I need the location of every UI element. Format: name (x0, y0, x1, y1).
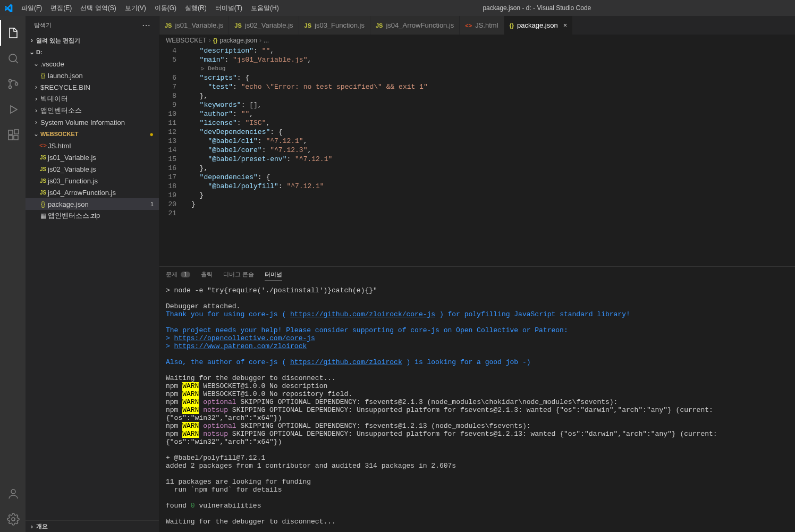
breadcrumb-item[interactable]: WEBSOCKET (166, 37, 207, 44)
sidebar-header: 탐색기 ⋯ (26, 16, 159, 35)
chevron-right-icon: › (32, 95, 40, 103)
menu-item[interactable]: 실행(R) (181, 0, 211, 16)
sidebar-title: 탐색기 (34, 21, 52, 29)
outline-label: 개요 (36, 522, 48, 530)
editor-tab[interactable]: {}package.json× (504, 16, 573, 35)
tree-file[interactable]: {}package.json1 (26, 198, 159, 210)
editor-tab[interactable]: JSjs02_Variable.js (229, 16, 299, 35)
terminal-line: Debugger attached. (166, 302, 789, 310)
breadcrumbs[interactable]: WEBSOCKET › {} package.json › ... (159, 35, 795, 46)
editor-tab[interactable]: JSjs04_ArrowFunction.js (370, 16, 460, 35)
menu-item[interactable]: 파일(F) (17, 0, 46, 16)
tree-folder[interactable]: ⌄WEBSOCKET● (26, 128, 159, 140)
root-folder-section[interactable]: ⌄ D: (26, 46, 159, 58)
terminal-link[interactable]: https://www.patreon.com/zloirock (174, 342, 307, 350)
code-line[interactable]: "@babel/cli": "^7.12.1", (191, 137, 795, 146)
menu-item[interactable]: 터미널(T) (211, 0, 247, 16)
open-editors-section[interactable]: › 열려 있는 편집기 (26, 35, 159, 46)
outline-section[interactable]: › 개요 (26, 520, 159, 532)
code-line[interactable]: "test": "echo \"Error: no test specified… (191, 82, 795, 91)
code-editor[interactable]: 456789101112131415161718192021 "descript… (159, 46, 795, 266)
close-icon[interactable]: × (563, 21, 568, 29)
problems-tab[interactable]: 문제 1 (166, 271, 190, 281)
tree-item-label: js02_Variable.js (48, 165, 96, 173)
tree-item-label: js01_Variable.js (48, 154, 96, 162)
panel-tabs: 문제 1 출력 디버그 콘솔 터미널 (159, 267, 795, 284)
tree-file[interactable]: JSjs01_Variable.js (26, 151, 159, 163)
code-line[interactable]: "devDependencies": { (191, 128, 795, 137)
tree-file[interactable]: <>JS.html (26, 140, 159, 151)
line-number: 17 (159, 173, 176, 182)
editor-tabs: JSjs01_Variable.jsJSjs02_Variable.jsJSjs… (159, 16, 795, 35)
code-line[interactable]: "@babel/polyfill": "^7.12.1" (191, 182, 795, 191)
tree-file[interactable]: ▦앱인벤터소스.zip (26, 210, 159, 222)
terminal-line (166, 294, 789, 302)
code-line[interactable] (191, 209, 795, 218)
code-line[interactable]: }, (191, 91, 795, 100)
menu-item[interactable]: 도움말(H) (247, 0, 283, 16)
code-line[interactable]: "description": "", (191, 46, 795, 55)
settings-gear-icon[interactable] (0, 506, 26, 532)
accounts-icon[interactable] (0, 481, 26, 506)
source-control-icon[interactable] (0, 71, 26, 97)
editor-area: JSjs01_Variable.jsJSjs02_Variable.jsJSjs… (159, 16, 795, 532)
explorer-icon[interactable] (0, 20, 26, 46)
code-line[interactable]: "author": "", (191, 109, 795, 119)
code-line[interactable]: "scripts": { (191, 73, 795, 82)
tree-file[interactable]: JSjs03_Function.js (26, 175, 159, 187)
menu-item[interactable]: 이동(G) (150, 0, 181, 16)
window-title: package.json - d: - Visual Studio Code (283, 4, 791, 12)
terminal-link[interactable]: https://github.com/zloirock (290, 358, 402, 366)
code-line[interactable]: "@babel/preset-env": "^7.12.1" (191, 155, 795, 164)
output-tab[interactable]: 출력 (201, 271, 213, 281)
menu-item[interactable]: 편집(E) (46, 0, 76, 16)
more-actions-icon[interactable]: ⋯ (142, 20, 150, 30)
tree-folder[interactable]: ›$RECYCLE.BIN (26, 81, 159, 93)
tree-file[interactable]: JSjs02_Variable.js (26, 163, 159, 175)
breadcrumb-item[interactable]: ... (264, 37, 269, 44)
terminal-content[interactable]: > node -e "try{require('./postinstall')}… (159, 284, 795, 532)
codelens-debug[interactable]: ▷ Debug (191, 64, 795, 73)
breadcrumb-item[interactable]: package.json (219, 37, 257, 44)
tab-label: js01_Variable.js (175, 21, 223, 29)
code-line[interactable]: "dependencies": { (191, 173, 795, 182)
code-line[interactable]: "@babel/core": "^7.12.3", (191, 146, 795, 155)
run-debug-icon[interactable] (0, 97, 26, 122)
tab-label: JS.html (475, 21, 498, 29)
menu-item[interactable]: 선택 영역(S) (76, 0, 120, 16)
code-line[interactable]: }, (191, 164, 795, 173)
tree-folder[interactable]: ›앱인벤터소스 (26, 105, 159, 116)
code-content[interactable]: "description": "", "main": "js01_Variabl… (186, 46, 795, 266)
terminal-line (166, 494, 789, 502)
code-line[interactable]: "main": "js01_Variable.js", (191, 55, 795, 64)
file-type-icon: JS (234, 22, 241, 29)
menu-item[interactable]: 보기(V) (121, 0, 150, 16)
tree-file[interactable]: {}launch.json (26, 70, 159, 81)
editor-tab[interactable]: JSjs03_Function.js (299, 16, 370, 35)
tree-folder[interactable]: ›빅데이터 (26, 93, 159, 105)
terminal-line: npm WARN WEBSOCKET@1.0.0 No repository f… (166, 390, 789, 398)
js-file-icon: JS (38, 178, 48, 184)
line-number: 6 (159, 73, 176, 82)
line-number: 16 (159, 164, 176, 173)
terminal-link[interactable]: https://github.com/zloirock/core-js (290, 310, 435, 318)
tree-folder[interactable]: ⌄.vscode (26, 58, 159, 70)
extensions-icon[interactable] (0, 122, 26, 148)
tree-file[interactable]: JSjs04_ArrowFunction.js (26, 187, 159, 198)
tree-folder[interactable]: ›System Volume Information (26, 116, 159, 128)
svg-point-9 (12, 518, 15, 521)
debug-console-tab[interactable]: 디버그 콘솔 (223, 271, 254, 281)
terminal-link[interactable]: https://opencollective.com/core-js (174, 334, 315, 342)
terminal-line: npm WARN notsup SKIPPING OPTIONAL DEPEND… (166, 406, 789, 422)
file-tree: ⌄.vscode{}launch.json›$RECYCLE.BIN›빅데이터›… (26, 58, 159, 520)
terminal-tab[interactable]: 터미널 (265, 271, 282, 281)
search-icon[interactable] (0, 46, 26, 71)
code-line[interactable]: } (191, 200, 795, 209)
terminal-line: 11 packages are looking for funding (166, 478, 789, 486)
code-line[interactable]: } (191, 191, 795, 200)
editor-tab[interactable]: <>JS.html (460, 16, 504, 35)
chevron-right-icon: › (209, 37, 211, 44)
code-line[interactable]: "keywords": [], (191, 100, 795, 109)
editor-tab[interactable]: JSjs01_Variable.js (159, 16, 229, 35)
code-line[interactable]: "license": "ISC", (191, 119, 795, 128)
